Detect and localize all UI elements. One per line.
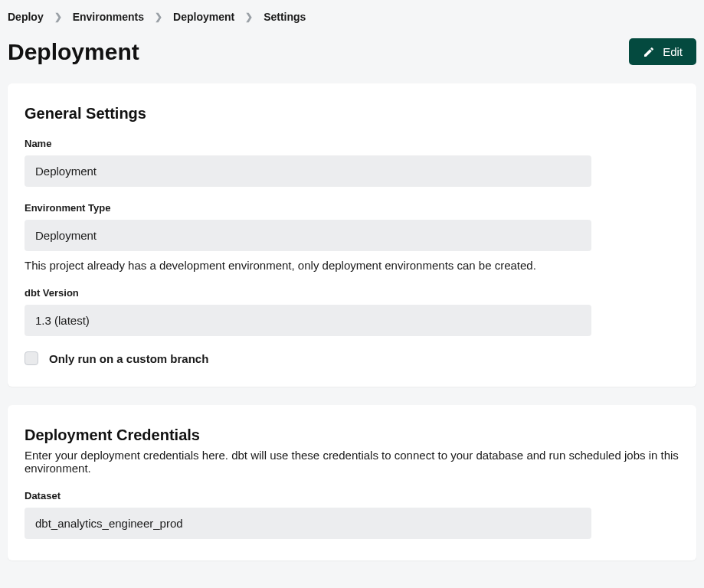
breadcrumb-deploy[interactable]: Deploy xyxy=(8,11,44,23)
breadcrumb-current: Settings xyxy=(264,11,306,23)
custom-branch-row: Only run on a custom branch xyxy=(25,351,679,365)
deployment-credentials-description: Enter your deployment credentials here. … xyxy=(25,449,679,475)
dbt-version-label: dbt Version xyxy=(25,287,679,299)
dataset-value: dbt_analytics_engineer_prod xyxy=(25,508,591,539)
environment-type-help: This project already has a development e… xyxy=(25,259,679,272)
environment-type-field: Environment Type Deployment This project… xyxy=(25,202,679,272)
deployment-credentials-card: Deployment Credentials Enter your deploy… xyxy=(8,405,696,560)
breadcrumb: Deploy ❯ Environments ❯ Deployment ❯ Set… xyxy=(0,0,704,31)
dataset-label: Dataset xyxy=(25,490,679,501)
pencil-icon xyxy=(643,46,655,58)
environment-type-label: Environment Type xyxy=(25,202,679,214)
breadcrumb-environments[interactable]: Environments xyxy=(73,11,144,23)
name-field: Name Deployment xyxy=(25,138,679,187)
chevron-right-icon: ❯ xyxy=(155,11,162,22)
general-settings-card: General Settings Name Deployment Environ… xyxy=(8,83,696,387)
name-value: Deployment xyxy=(25,155,591,187)
page-header: Deployment Edit xyxy=(0,31,704,83)
custom-branch-label: Only run on a custom branch xyxy=(49,352,208,365)
environment-type-value: Deployment xyxy=(25,220,591,251)
chevron-right-icon: ❯ xyxy=(54,11,62,22)
deployment-credentials-heading: Deployment Credentials xyxy=(25,426,679,444)
edit-button-label: Edit xyxy=(663,45,683,58)
dbt-version-field: dbt Version 1.3 (latest) xyxy=(25,287,679,336)
chevron-right-icon: ❯ xyxy=(245,11,253,22)
name-label: Name xyxy=(25,138,679,149)
breadcrumb-deployment[interactable]: Deployment xyxy=(173,11,234,23)
general-settings-heading: General Settings xyxy=(25,105,679,122)
dbt-version-value: 1.3 (latest) xyxy=(25,305,591,336)
custom-branch-checkbox[interactable] xyxy=(25,351,38,365)
dataset-field: Dataset dbt_analytics_engineer_prod xyxy=(25,490,679,539)
page-title: Deployment xyxy=(8,39,139,65)
edit-button[interactable]: Edit xyxy=(629,38,696,65)
